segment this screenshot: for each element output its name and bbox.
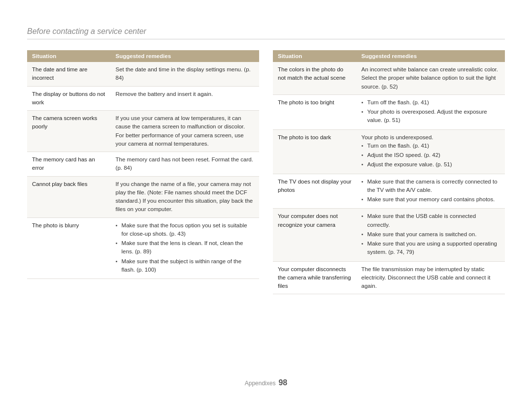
footer-text: Appendixes xyxy=(245,380,276,387)
remedy-cell: If you use your camera at low temperatur… xyxy=(111,111,259,152)
page-footer: Appendixes98 xyxy=(0,378,532,387)
right-col1-header: Situation xyxy=(273,50,357,62)
right-table-wrap: Situation Suggested remedies The colors … xyxy=(273,50,505,294)
left-col1-header: Situation xyxy=(27,50,111,62)
remedy-cell: The memory card has not been reset. Form… xyxy=(111,152,259,177)
table-row: The display or buttons do not workRemove… xyxy=(27,86,259,111)
bullet-item: Make sure that you are using a supported… xyxy=(362,240,500,257)
table-row: The photo is too darkYour photo is under… xyxy=(273,129,505,174)
remedy-cell: If you change the name of a file, your c… xyxy=(111,176,259,217)
situation-cell: The memory card has an error xyxy=(27,152,111,177)
situation-cell: The photo is too bright xyxy=(273,94,357,129)
remedy-cell: Set the date and time in the display set… xyxy=(111,62,259,86)
table-row: The photo is blurryMake sure that the fo… xyxy=(27,217,259,279)
situation-cell: The photo is blurry xyxy=(27,217,111,279)
bullet-item: Make sure that the subject is within ran… xyxy=(116,257,254,275)
remedy-cell: Make sure that the camera is correctly c… xyxy=(357,174,505,209)
bullet-item: Make sure that your memory card contains… xyxy=(362,195,500,204)
situation-cell: The TV does not display your photos xyxy=(273,174,357,209)
page-title: Before contacting a service center xyxy=(27,27,505,36)
bullet-item: Turn on the flash. (p. 41) xyxy=(362,142,500,150)
tables-container: Situation Suggested remedies The date an… xyxy=(27,50,505,294)
table-row: Your computer disconnects the camera whi… xyxy=(273,261,505,294)
remedy-cell: Make sure that the USB cable is connecte… xyxy=(357,209,505,261)
situation-cell: Your computer disconnects the camera whi… xyxy=(273,261,357,294)
table-row: The memory card has an errorThe memory c… xyxy=(27,152,259,177)
right-table: Situation Suggested remedies The colors … xyxy=(273,50,505,294)
remedy-intro: Your photo is underexposed. xyxy=(362,134,433,140)
left-table-wrap: Situation Suggested remedies The date an… xyxy=(27,50,259,294)
situation-cell: The camera screen works poorly xyxy=(27,111,111,152)
bullet-item: Turn off the flash. (p. 41) xyxy=(362,98,500,107)
bullet-item: Your photo is overexposed. Adjust the ex… xyxy=(362,108,500,125)
bullet-item: Make sure that the USB cable is connecte… xyxy=(362,212,500,229)
situation-cell: Cannot play back files xyxy=(27,176,111,217)
table-row: The colors in the photo do not match the… xyxy=(273,62,505,94)
situation-cell: The date and time are incorrect xyxy=(27,62,111,86)
situation-cell: Your computer does not recognize your ca… xyxy=(273,209,357,261)
bullet-item: Adjust the ISO speed. (p. 42) xyxy=(362,151,500,159)
remedy-cell: Your photo is underexposed.Turn on the f… xyxy=(357,129,505,174)
remedy-cell: An incorrect white balance can create un… xyxy=(357,62,505,94)
bullet-item: Make sure that the focus option you set … xyxy=(116,221,254,239)
title-divider xyxy=(27,39,505,39)
table-row: The TV does not display your photosMake … xyxy=(273,174,505,209)
bullet-item: Adjust the exposure value. (p. 51) xyxy=(362,160,500,169)
table-row: The photo is too brightTurn off the flas… xyxy=(273,94,505,129)
situation-cell: The display or buttons do not work xyxy=(27,86,111,111)
left-col2-header: Suggested remedies xyxy=(111,50,259,62)
table-row: Your computer does not recognize your ca… xyxy=(273,209,505,261)
footer-number: 98 xyxy=(278,378,287,387)
situation-cell: The colors in the photo do not match the… xyxy=(273,62,357,94)
bullet-item: Make sure that your camera is switched o… xyxy=(362,230,500,239)
remedy-cell: The file transmission may be interrupted… xyxy=(357,261,505,294)
bullet-item: Make sure that the lens is clean. If not… xyxy=(116,239,254,256)
remedy-cell: Make sure that the focus option you set … xyxy=(111,217,259,279)
table-row: The date and time are incorrectSet the d… xyxy=(27,62,259,86)
situation-cell: The photo is too dark xyxy=(273,129,357,174)
remedy-cell: Turn off the flash. (p. 41)Your photo is… xyxy=(357,94,505,129)
table-row: The camera screen works poorlyIf you use… xyxy=(27,111,259,152)
table-row: Cannot play back filesIf you change the … xyxy=(27,176,259,217)
remedy-cell: Remove the battery and insert it again. xyxy=(111,86,259,111)
right-col2-header: Suggested remedies xyxy=(357,50,505,62)
left-table: Situation Suggested remedies The date an… xyxy=(27,50,259,279)
bullet-item: Make sure that the camera is correctly c… xyxy=(362,178,500,195)
